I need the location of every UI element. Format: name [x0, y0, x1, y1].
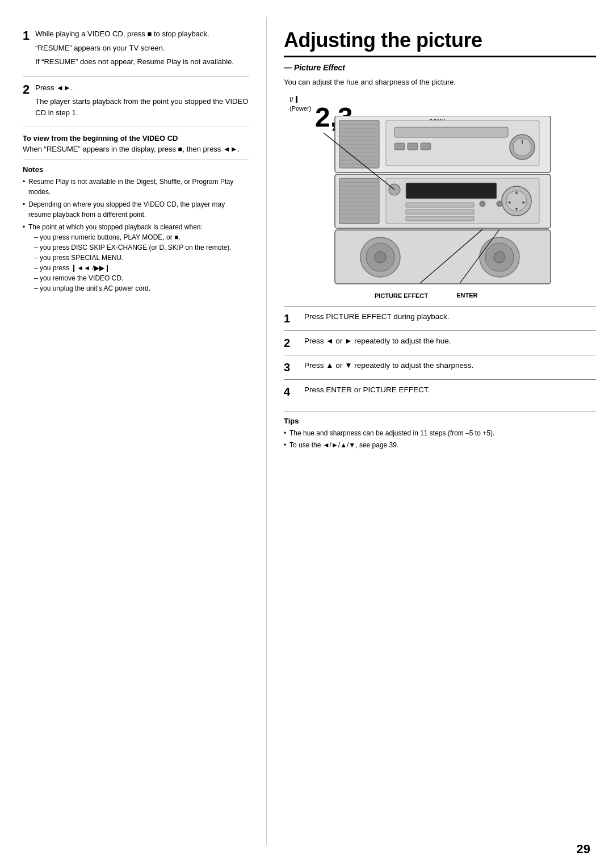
right-step-number-1: 1	[284, 311, 300, 326]
right-step-text-3: Press ▲ or ▼ repeatedly to adjust the sh…	[304, 360, 473, 371]
step-1-sub2: If “RESUME” does not appear, Resume Play…	[35, 56, 249, 68]
svg-rect-41	[406, 209, 474, 214]
svg-point-50	[497, 201, 502, 207]
right-step-2: 2 Press ◄ or ► repeatedly to adjust the …	[284, 330, 596, 355]
right-steps: 1 Press PICTURE EFFECT during playback. …	[284, 306, 596, 404]
note-sub-item: – you press DISC SKIP EX-CHANGE (or D. S…	[28, 242, 249, 253]
svg-rect-20	[408, 143, 418, 150]
right-step-3: 3 Press ▲ or ▼ repeatedly to adjust the …	[284, 355, 596, 379]
page-title: Adjusting the picture	[284, 28, 596, 57]
subheading-title: To view from the beginning of the VIDEO …	[23, 134, 249, 142]
svg-rect-42	[406, 216, 474, 221]
tips-section: Tips The hue and sharpness can be adjust…	[284, 412, 596, 450]
right-column: Adjusting the picture — Picture Effect Y…	[267, 17, 613, 845]
power-text: (Power)	[289, 105, 312, 112]
power-icon: I/⏽	[289, 96, 300, 104]
svg-rect-39	[406, 183, 497, 199]
step-1-content: While playing a VIDEO CD, press ■ to sto…	[35, 28, 249, 70]
svg-text:►: ►	[522, 200, 526, 205]
left-step-2: 2 Press ◄►. The player starts playback f…	[23, 82, 249, 128]
tips-list: The hue and sharpness can be adjusted in…	[284, 428, 596, 450]
notes-list: Resume Play is not available in the Dige…	[23, 177, 249, 293]
notes-block: Notes Resume Play is not available in th…	[23, 165, 249, 293]
left-step-1: 1 While playing a VIDEO CD, press ■ to s…	[23, 28, 249, 77]
page-container: 1 While playing a VIDEO CD, press ■ to s…	[0, 0, 613, 868]
section-subtitle: — Picture Effect	[284, 63, 596, 72]
step-2-sub: The player starts playback from the poin…	[35, 96, 249, 118]
step-2-main: Press ◄►.	[35, 82, 249, 94]
note-sub-item: – you press SPECIAL MENU.	[28, 253, 249, 263]
note-item: Depending on where you stopped the VIDEO…	[23, 199, 249, 220]
tip-item: To use the ◄/►/▲/▼, see page 39.	[284, 440, 596, 450]
device-illustration: I/⏽ (Power) 2,3	[284, 96, 596, 300]
right-step-1: 1 Press PICTURE EFFECT during playback.	[284, 306, 596, 330]
subheading-text: When “RESUME” appears in the display, pr…	[23, 145, 249, 153]
svg-point-57	[494, 251, 505, 263]
note-sub-item: – you press numeric buttons, PLAY MODE, …	[28, 232, 249, 242]
tip-item: The hue and sharpness can be adjusted in…	[284, 428, 596, 438]
notes-label: Notes	[23, 165, 249, 174]
svg-rect-18	[394, 127, 508, 137]
section-description: You can adjust the hue and sharpness of …	[284, 77, 596, 88]
svg-rect-26	[339, 178, 379, 224]
right-step-text-2: Press ◄ or ► repeatedly to adjust the hu…	[304, 336, 451, 347]
right-step-number-2: 2	[284, 336, 300, 350]
device-svg: SONY	[306, 116, 590, 293]
page-number: 29	[577, 842, 590, 857]
svg-text:◄: ◄	[507, 200, 511, 205]
device-bottom-labels: PICTURE EFFECT ENTER	[375, 292, 477, 300]
subheading-block: To view from the beginning of the VIDEO …	[23, 134, 249, 160]
svg-point-54	[375, 251, 386, 263]
power-label: I/⏽ (Power)	[289, 96, 312, 113]
left-column: 1 While playing a VIDEO CD, press ■ to s…	[0, 17, 267, 845]
step-1-sub1: “RESUME” appears on your TV screen.	[35, 43, 249, 54]
picture-effect-label: PICTURE EFFECT	[375, 292, 428, 300]
step-number-2: 2	[23, 82, 30, 97]
note-sub-item: – you unplug the unit's AC power cord.	[28, 283, 249, 293]
right-step-number-4: 4	[284, 384, 300, 399]
tips-label: Tips	[284, 417, 596, 425]
note-item: Resume Play is not available in the Dige…	[23, 177, 249, 197]
step-number-1: 1	[23, 28, 30, 43]
note-item: The point at which you stopped playback …	[23, 222, 249, 293]
note-sub-item: – you press ❙◄◄ /▶▶❙.	[28, 263, 249, 273]
right-step-text-1: Press PICTURE EFFECT during playback.	[304, 311, 450, 322]
note-sub-item: – you remove the VIDEO CD.	[28, 273, 249, 283]
step-2-content: Press ◄►. The player starts playback fro…	[35, 82, 249, 121]
svg-point-49	[480, 201, 485, 207]
svg-text:▲: ▲	[514, 190, 519, 195]
svg-rect-19	[394, 143, 405, 150]
svg-rect-21	[421, 143, 431, 150]
right-step-4: 4 Press ENTER or PICTURE EFFECT.	[284, 379, 596, 404]
right-step-number-3: 3	[284, 360, 300, 375]
svg-text:▼: ▼	[514, 207, 519, 212]
svg-rect-40	[406, 203, 474, 207]
enter-label: ENTER	[456, 292, 477, 300]
step-1-main: While playing a VIDEO CD, press ■ to sto…	[35, 28, 249, 40]
right-step-text-4: Press ENTER or PICTURE EFFECT.	[304, 384, 430, 396]
